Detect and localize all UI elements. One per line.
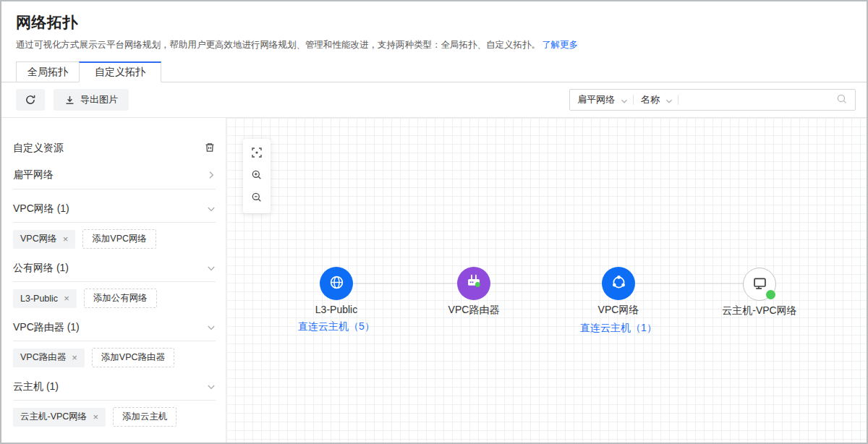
search-filter-group: 扁平网络 名称 [569,89,856,111]
clear-resources-button[interactable] [204,142,216,155]
page-description-text: 通过可视化方式展示云平台网络规划，帮助用户更高效地进行网络规划、管理和性能改进，… [16,40,540,50]
section-label: VPC网络 (1) [13,202,69,215]
page-header: 网络拓扑 通过可视化方式展示云平台网络规划，帮助用户更高效地进行网络规划、管理和… [1,1,867,61]
zoom-in-icon [251,169,263,183]
network-type-select[interactable]: 扁平网络 [577,93,615,106]
search-icon[interactable] [836,93,848,107]
share-network-icon [609,273,629,295]
zoom-in-button[interactable] [243,165,271,187]
divider [13,341,216,341]
custom-resource-sidebar: 自定义资源 扁平网络 VPC网络 (1) [1,118,226,443]
flat-network-label: 扁平网络 [13,168,54,182]
page-title: 网络拓扑 [16,12,852,33]
fit-view-icon [251,147,263,161]
export-image-button[interactable]: 导出图片 [54,89,129,111]
chevron-down-icon [207,205,216,213]
chevron-down-icon [207,264,216,273]
vpc-router-tag-row: VPC路由器× 添加VPC路由器 [13,348,216,367]
node-label: VPC路由器 [401,304,546,317]
tab-global-topology[interactable]: 全局拓扑 [16,61,80,82]
filter-separator [633,95,634,105]
node-l3-public: L3-Public 直连云主机（5） [264,267,409,333]
chevron-down-icon [207,323,216,332]
remove-tag-icon[interactable]: × [64,294,69,303]
public-network-node-circle[interactable] [320,267,353,300]
zoom-out-icon [251,192,263,205]
section-label: 云主机 (1) [13,380,59,393]
refresh-icon [25,94,36,106]
sidebar-section-vpc-router[interactable]: VPC路由器 (1) [13,320,216,335]
export-image-label: 导出图片 [80,93,118,106]
zoom-out-button[interactable] [243,187,271,210]
sidebar-title-row: 自定义资源 [13,141,216,155]
add-public-network-button[interactable]: 添加公有网络 [84,289,157,308]
topology-canvas[interactable]: L3-Public 直连云主机（5） VPC路由器 [226,118,867,443]
public-network-tag-row: L3-Public× 添加公有网络 [13,289,216,308]
learn-more-link[interactable]: 了解更多 [542,40,578,50]
tag-label: L3-Public [20,294,58,304]
download-icon [64,95,75,106]
tag-label: 云主机-VPC网络 [20,411,87,423]
sidebar-section-vpc-network[interactable]: VPC网络 (1) [13,202,216,216]
vpc-router-node-circle[interactable] [457,267,490,300]
divider [13,281,216,282]
node-vpc-router: VPC路由器 [401,267,546,317]
divider [13,222,216,223]
tab-custom-topology[interactable]: 自定义拓扑 [79,61,161,82]
canvas-zoom-panel [243,139,271,213]
fit-view-button[interactable] [243,142,271,165]
remove-tag-icon[interactable]: × [63,234,69,244]
node-vm: 云主机-VPC网络 [687,268,832,317]
topology-tabbar: 全局拓扑 自定义拓扑 [1,61,867,82]
vpc-network-node-circle[interactable] [602,267,635,300]
resource-tag-vpc-network[interactable]: VPC网络× [13,230,75,249]
node-label: VPC网络 [546,304,691,317]
page-description: 通过可视化方式展示云平台网络规划，帮助用户更高效地进行网络规划、管理和性能改进，… [16,39,852,51]
add-vm-button[interactable]: 添加云主机 [113,407,177,427]
resource-tag-vpc-router[interactable]: VPC路由器× [13,349,85,367]
chevron-right-icon [207,171,216,179]
resource-tag-l3-public[interactable]: L3-Public× [13,289,77,308]
section-label: VPC路由器 (1) [13,321,80,334]
sidebar-title: 自定义资源 [13,142,64,155]
divider [13,189,216,189]
node-label: 云主机-VPC网络 [687,304,832,317]
network-topology-page: 网络拓扑 通过可视化方式展示云平台网络规划，帮助用户更高效地进行网络规划、管理和… [0,0,868,444]
add-vpc-router-button[interactable]: 添加VPC路由器 [92,348,174,367]
node-label: L3-Public [264,304,409,315]
add-vpc-network-button[interactable]: 添加VPC网络 [82,229,156,249]
chevron-down-icon[interactable] [621,95,628,106]
router-icon [464,272,484,295]
section-label: 公有网络 (1) [13,262,69,275]
remove-tag-icon[interactable]: × [93,412,98,422]
content: 自定义资源 扁平网络 VPC网络 (1) [1,118,867,443]
chevron-down-icon [207,383,216,391]
resource-tag-vm[interactable]: 云主机-VPC网络× [13,408,106,427]
toolbar: 导出图片 扁平网络 名称 [1,82,867,118]
globe-icon [327,273,346,295]
chevron-down-icon[interactable] [665,95,673,106]
vm-tag-row: 云主机-VPC网络× 添加云主机 [13,407,216,427]
sidebar-item-flat-network[interactable]: 扁平网络 [13,168,216,182]
vm-node-circle[interactable] [743,268,776,301]
sidebar-section-vm[interactable]: 云主机 (1) [13,380,216,394]
connected-vms-link[interactable]: 直连云主机（1） [580,322,657,335]
node-vpc-network: VPC网络 直连云主机（1） [546,267,691,335]
filter-separator [678,95,678,105]
search-field-select[interactable]: 名称 [641,93,660,106]
tag-label: VPC路由器 [20,351,66,364]
trash-icon [204,142,216,155]
tag-label: VPC网络 [20,233,57,245]
sidebar-section-public-network[interactable]: 公有网络 (1) [13,261,216,276]
vpc-network-tag-row: VPC网络× 添加VPC网络 [13,229,216,249]
search-input[interactable] [686,95,832,106]
status-running-dot [766,290,775,299]
remove-tag-icon[interactable]: × [72,353,77,362]
connected-vms-link[interactable]: 直连云主机（5） [298,320,375,333]
divider [13,400,216,401]
refresh-button[interactable] [16,89,45,111]
